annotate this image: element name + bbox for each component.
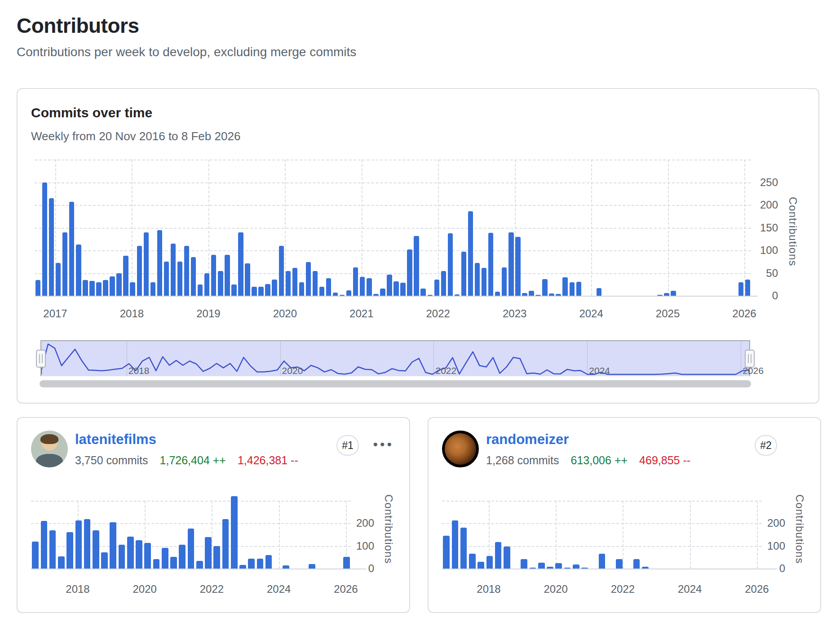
bar[interactable] [343, 557, 350, 569]
bar[interactable] [103, 280, 108, 296]
bar[interactable] [101, 552, 108, 569]
bar[interactable] [313, 271, 318, 296]
bar[interactable] [555, 563, 562, 569]
bar[interactable] [475, 263, 480, 296]
bar[interactable] [306, 262, 311, 296]
bar[interactable] [225, 255, 230, 296]
bar[interactable] [213, 546, 220, 569]
bar[interactable] [188, 529, 195, 569]
bar[interactable] [123, 256, 128, 296]
selector-handle-left[interactable] [36, 350, 46, 368]
bar[interactable] [407, 249, 412, 296]
bar[interactable] [196, 561, 203, 569]
bar[interactable] [89, 281, 94, 296]
bar[interactable] [144, 543, 151, 569]
bar[interactable] [231, 284, 236, 296]
bar[interactable] [110, 522, 116, 569]
bar[interactable] [231, 496, 238, 569]
bar[interactable] [171, 244, 176, 296]
bar[interactable] [127, 537, 134, 569]
bar[interactable] [488, 233, 493, 296]
contributor-link[interactable]: randomeizer [486, 431, 569, 448]
bar[interactable] [477, 562, 484, 569]
bar[interactable] [218, 271, 223, 296]
bar[interactable] [443, 536, 450, 569]
bar[interactable] [198, 284, 203, 296]
bar[interactable] [93, 530, 99, 569]
bar[interactable] [153, 559, 160, 569]
bar[interactable] [144, 232, 149, 296]
bar[interactable] [576, 282, 581, 296]
bar[interactable] [482, 268, 486, 296]
bar[interactable] [252, 287, 256, 296]
bar[interactable] [76, 244, 81, 296]
bar[interactable] [62, 232, 67, 296]
bar[interactable] [283, 565, 289, 569]
bar[interactable] [164, 262, 169, 296]
bar[interactable] [745, 280, 750, 296]
bar[interactable] [542, 279, 547, 296]
bar[interactable] [504, 546, 510, 569]
bar[interactable] [367, 278, 371, 296]
bar[interactable] [616, 559, 623, 569]
bar[interactable] [380, 289, 385, 296]
bar[interactable] [238, 232, 243, 296]
bar[interactable] [515, 237, 520, 296]
bar[interactable] [452, 520, 459, 569]
bar[interactable] [49, 198, 54, 296]
bar[interactable] [265, 284, 270, 296]
bar[interactable] [292, 268, 297, 296]
bar[interactable] [529, 291, 534, 296]
bar[interactable] [414, 236, 419, 296]
bar[interactable] [191, 257, 196, 296]
bar[interactable] [96, 282, 101, 296]
bar[interactable] [448, 233, 453, 296]
bar[interactable] [130, 282, 135, 296]
bar[interactable] [119, 545, 125, 569]
bar[interactable] [502, 267, 507, 296]
bar[interactable] [150, 282, 155, 296]
bar[interactable] [257, 559, 264, 569]
bar[interactable] [116, 273, 121, 296]
bar[interactable] [460, 528, 467, 569]
bar[interactable] [562, 277, 567, 296]
bar[interactable] [170, 557, 177, 569]
bar[interactable] [137, 246, 142, 296]
bar[interactable] [299, 282, 304, 296]
bar[interactable] [56, 263, 61, 296]
bar[interactable] [157, 230, 162, 296]
bar[interactable] [110, 276, 115, 296]
bar[interactable] [434, 280, 439, 296]
bar[interactable] [286, 271, 291, 296]
bar[interactable] [69, 202, 74, 296]
bar[interactable] [393, 281, 398, 296]
bar[interactable] [400, 283, 405, 296]
bar[interactable] [49, 530, 56, 569]
bar[interactable] [136, 540, 142, 569]
bar[interactable] [83, 280, 88, 296]
bar[interactable] [35, 280, 40, 296]
bar[interactable] [58, 556, 65, 569]
bar[interactable] [162, 548, 168, 569]
bar[interactable] [222, 519, 229, 569]
bar[interactable] [184, 246, 189, 296]
bar[interactable] [326, 278, 331, 296]
bar[interactable] [468, 211, 473, 296]
bar[interactable] [538, 563, 545, 569]
bar[interactable] [671, 291, 676, 296]
bar[interactable] [495, 542, 502, 569]
bar[interactable] [258, 287, 263, 296]
date-range-selector[interactable]: 20182020202220242026 [40, 340, 750, 376]
bar[interactable] [633, 559, 640, 569]
bar[interactable] [265, 555, 272, 569]
bar[interactable] [279, 246, 284, 296]
bar[interactable] [75, 520, 82, 569]
bar[interactable] [333, 293, 338, 296]
bar[interactable] [177, 262, 182, 296]
avatar[interactable] [31, 431, 68, 467]
bar[interactable] [508, 232, 513, 296]
bar[interactable] [245, 263, 250, 296]
bar[interactable] [32, 542, 39, 569]
kebab-menu-icon[interactable]: ••• [373, 437, 394, 452]
bar[interactable] [211, 255, 216, 296]
